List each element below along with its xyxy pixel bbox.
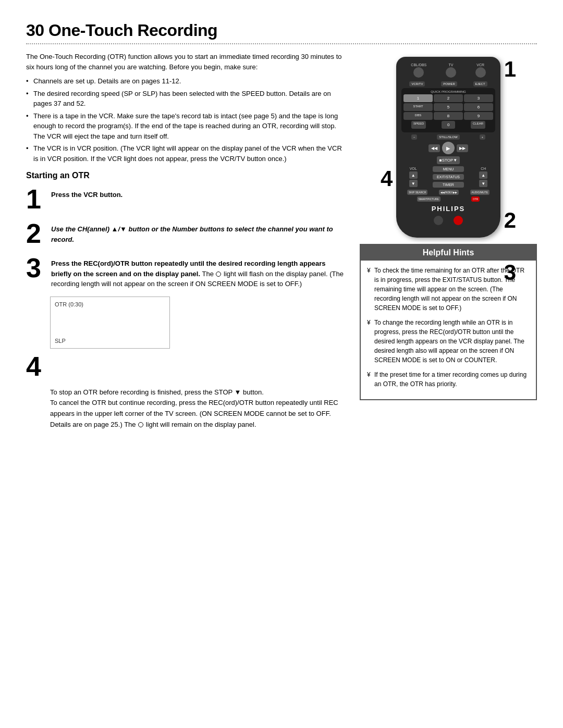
eject-button[interactable]: EJECT: [473, 81, 487, 87]
exit-status-button[interactable]: EXIT/STATUS: [433, 174, 464, 180]
menu-button[interactable]: MENU: [433, 166, 464, 172]
step-3-number: 3: [26, 254, 46, 281]
side-number-1: 1: [504, 57, 516, 82]
side-number-4: 4: [381, 166, 393, 191]
step-4-text: To stop an OTR before recording is finis…: [50, 387, 344, 430]
remote-top-row: CBL/DBS TV VCR: [401, 63, 495, 78]
page-title: 30 One-Touch Recording: [26, 21, 537, 40]
side-number-2: 2: [504, 208, 516, 233]
menu-row: VOL ▲ ▼ MENU EXIT/STATUS TIMER CH ▲: [401, 166, 495, 188]
smartpicture-row: SMARTPICTURE OTR: [401, 196, 495, 202]
numpad: 1 2 3 START 5 6 DBS 8 9: [403, 94, 493, 120]
stop-row: ■STOP▼: [401, 156, 495, 164]
step-1-number: 1: [26, 186, 46, 213]
hint-item-2: To change the recording length while an …: [367, 318, 530, 365]
remote-container: 1 4 2 3 CBL/DBS TV: [360, 52, 537, 238]
vol-controls: VOL ▲ ▼: [409, 167, 418, 187]
step-3-block: 3 Press the REC(ord)/OTR button repeated…: [26, 254, 344, 289]
right-column: 1 4 2 3 CBL/DBS TV: [360, 52, 537, 430]
left-column: The One-Touch Recording (OTR) function a…: [26, 52, 344, 430]
rew-button[interactable]: ◀◀: [429, 144, 440, 152]
hint-item-3: If the preset time for a timer recording…: [367, 370, 530, 389]
step-4-number: 4: [26, 353, 46, 380]
intro-text: The One-Touch Recording (OTR) function a…: [26, 52, 344, 72]
still-slow-button[interactable]: STILL/SLOW: [437, 134, 459, 140]
ch-controls: CH ▲ ▼: [479, 167, 487, 187]
bullet-item: Channels are set up. Details are on page…: [26, 76, 344, 87]
otr-indicator[interactable]: OTR: [471, 196, 480, 202]
index-button[interactable]: ◀◀INDEX▶▶: [439, 190, 458, 195]
num-0-button[interactable]: 0: [442, 121, 455, 129]
plus-button[interactable]: +: [480, 134, 486, 140]
step-1-label: Press the VCR button.: [51, 190, 344, 200]
vol-label: VOL: [410, 167, 417, 170]
hint-item-1: To check the time remaining for an OTR a…: [367, 266, 530, 313]
step-1-content: Press the VCR button.: [51, 186, 344, 200]
audio-mute-button[interactable]: AUDIO/MUTE: [470, 190, 489, 195]
otr-screen-label: OTR (0:30): [55, 301, 165, 307]
num-6-button[interactable]: 6: [464, 103, 493, 111]
step-2-label: Use the CH(annel) ▲/▼ button or the Numb…: [51, 224, 344, 244]
otr-screen-mockup: OTR (0:30) SLP: [50, 297, 170, 349]
clear-button[interactable]: CLEAR: [471, 121, 485, 129]
bullet-item: There is a tape in the VCR. Make sure th…: [26, 111, 344, 142]
main-layout: The One-Touch Recording (OTR) function a…: [26, 52, 537, 430]
still-slow-row: − STILL/SLOW +: [401, 134, 495, 140]
otr-screen-speed: SLP: [55, 338, 66, 344]
play-button[interactable]: ▶: [442, 142, 455, 154]
remote-control: CBL/DBS TV VCR V: [396, 57, 500, 238]
step-3-content: Press the REC(ord)/OTR button repeatedly…: [51, 254, 344, 289]
timer-button[interactable]: TIMER: [433, 182, 464, 188]
start-button[interactable]: START: [403, 103, 433, 111]
cbl-dbs-button[interactable]: [413, 67, 424, 78]
ch-down-button[interactable]: ▼: [479, 180, 487, 187]
num-8-button[interactable]: 8: [434, 112, 463, 120]
ch-up-button[interactable]: ▲: [479, 171, 487, 179]
num-5-button[interactable]: 5: [434, 103, 463, 111]
num-9-button[interactable]: 9: [464, 112, 493, 120]
num-1-button[interactable]: 1: [403, 94, 433, 102]
tv-button[interactable]: [446, 67, 456, 78]
bullet-list: Channels are set up. Details are on page…: [26, 76, 344, 164]
section-divider: [26, 43, 537, 44]
step-3-label: Press the REC(ord)/OTR button repeatedly…: [51, 258, 344, 289]
quick-programming-section: QUICK PROGRAMMING 1 2 3 START 5 6 DBS 8 …: [401, 88, 495, 132]
cbl-dbs-label: CBL/DBS: [411, 63, 426, 67]
num-2-button[interactable]: 2: [434, 94, 463, 102]
bullet-item: The VCR is in VCR position. (The VCR lig…: [26, 143, 344, 164]
bottom-row: SKIP SEARCH ◀◀INDEX▶▶ AUDIO/MUTE: [401, 190, 495, 195]
section-heading: Starting an OTR: [26, 171, 344, 180]
qp-label: QUICK PROGRAMMING: [403, 90, 493, 93]
vcr-button[interactable]: [475, 67, 486, 78]
step-2-content: Use the CH(annel) ▲/▼ button or the Numb…: [51, 220, 344, 244]
minus-button[interactable]: −: [411, 134, 418, 140]
ch-label: CH: [481, 167, 486, 170]
vcr-tv-button[interactable]: VCR/TV: [409, 81, 425, 87]
step-1-block: 1 Press the VCR button.: [26, 186, 344, 213]
skip-search-button[interactable]: SKIP SEARCH: [407, 190, 428, 195]
tv-label: TV: [446, 63, 456, 67]
bullet-item: The desired recording speed (SP or SLP) …: [26, 89, 344, 109]
otr-left-button[interactable]: [434, 216, 443, 225]
vol-down-button[interactable]: ▼: [409, 180, 418, 187]
ff-button[interactable]: ▶▶: [457, 144, 468, 152]
step-4-block: 4: [26, 353, 344, 380]
transport-row: ◀◀ ▶ ▶▶: [401, 142, 495, 154]
helpful-hints-box: Helpful Hints To check the time remainin…: [360, 244, 537, 400]
power-button[interactable]: POWER: [441, 81, 457, 87]
philips-logo: PHILIPS: [401, 205, 495, 213]
dbs-button[interactable]: DBS: [403, 112, 433, 120]
vcr-label: VCR: [475, 63, 486, 67]
speed-button[interactable]: SPEED: [411, 121, 426, 129]
vol-up-button[interactable]: ▲: [409, 171, 418, 179]
vcr-tv-row: VCR/TV POWER EJECT: [401, 81, 495, 87]
hints-body: To check the time remaining for an OTR a…: [361, 261, 536, 399]
helpful-hints-header: Helpful Hints: [361, 245, 536, 261]
otr-right-button[interactable]: [454, 216, 463, 225]
step-2-block: 2 Use the CH(annel) ▲/▼ button or the Nu…: [26, 220, 344, 247]
stop-button[interactable]: ■STOP▼: [437, 156, 460, 164]
speed-row: SPEED 0 CLEAR: [403, 121, 493, 129]
otr-bottom-row: [401, 216, 495, 225]
smartpicture-button[interactable]: SMARTPICTURE: [417, 196, 440, 202]
num-3-button[interactable]: 3: [464, 94, 493, 102]
